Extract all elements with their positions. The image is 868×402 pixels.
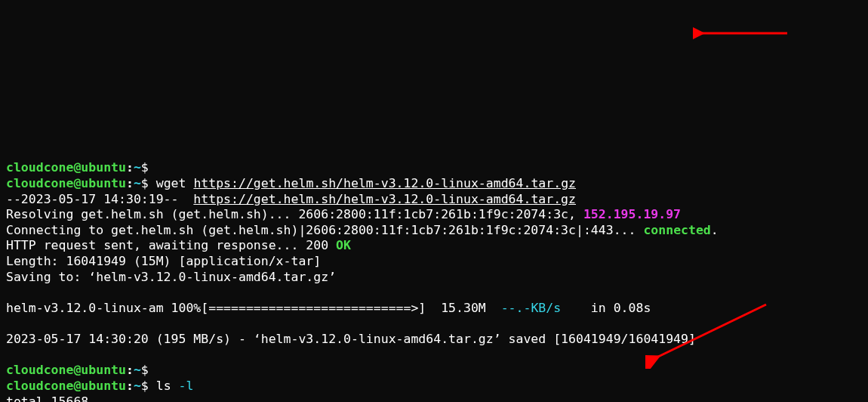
wget-cmd: wget	[156, 176, 194, 190]
terminal-output[interactable]: cloudcone@ubuntu:~$ cloudcone@ubuntu:~$ …	[6, 160, 862, 402]
http-ok: OK	[336, 238, 351, 252]
connected-status: connected	[643, 223, 710, 237]
resolved-ip: 152.195.19.97	[583, 207, 681, 221]
ls-cmd: ls	[156, 379, 179, 393]
saved-line: 2023-05-17 14:30:20 (195 MB/s) - ‘helm-v…	[6, 332, 696, 346]
arrow-top	[693, 26, 791, 41]
prompt-user: cloudcone@ubuntu	[6, 160, 126, 175]
prompt-path: ~	[134, 160, 141, 175]
progress-bar: helm-v3.12.0-linux-am 100%[=============…	[6, 301, 501, 315]
wget-url: https://get.helm.sh/helm-v3.12.0-linux-a…	[193, 176, 576, 190]
